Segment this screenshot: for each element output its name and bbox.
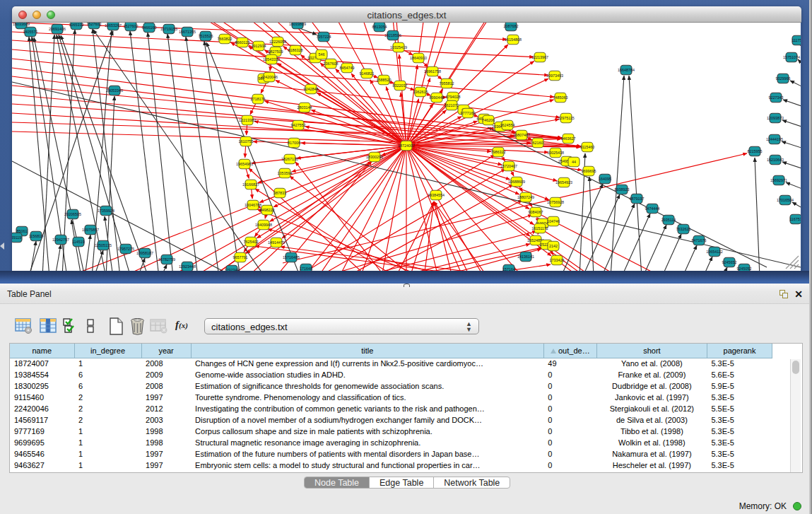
svg-text:111753: 111753 [792,38,801,42]
svg-text:12975115: 12975115 [558,116,575,120]
svg-text:18807249: 18807249 [517,195,534,199]
svg-text:1353594: 1353594 [278,171,293,175]
svg-text:114519: 114519 [72,240,85,244]
svg-text:7357224: 7357224 [317,35,331,39]
svg-text:6794028: 6794028 [446,95,461,99]
svg-text:12213383: 12213383 [239,118,256,122]
svg-text:8938923: 8938923 [615,187,630,192]
svg-text:15720407: 15720407 [500,164,517,168]
svg-text:1156819: 1156819 [29,234,44,238]
svg-text:9084067: 9084067 [529,210,543,214]
svg-text:16648784: 16648784 [618,68,635,72]
svg-text:9474444: 9474444 [645,206,660,211]
svg-text:10958187: 10958187 [136,251,153,255]
svg-text:39119: 39119 [12,235,21,240]
svg-text:116753: 116753 [789,217,801,221]
svg-text:14914479: 14914479 [268,240,285,245]
svg-text:10654112: 10654112 [706,250,723,254]
svg-text:9146821: 9146821 [360,71,375,76]
svg-text:18724007: 18724007 [398,144,415,148]
svg-text:17957275: 17957275 [117,247,134,251]
svg-text:16151172: 16151172 [531,226,548,230]
svg-text:1621072: 1621072 [445,103,459,107]
svg-text:8813054: 8813054 [372,25,387,29]
svg-text:817006: 817006 [288,141,300,145]
svg-text:29053346: 29053346 [106,88,123,93]
svg-text:16409948: 16409948 [255,223,272,227]
svg-text:15716485: 15716485 [283,255,300,259]
svg-text:1405571: 1405571 [23,30,38,34]
svg-text:2718176: 2718176 [251,97,266,101]
svg-text:9463627: 9463627 [561,136,576,141]
svg-text:10046788: 10046788 [245,203,261,207]
svg-text:17016504: 17016504 [777,198,794,202]
svg-text:6466160: 6466160 [142,25,157,30]
svg-text:3912934: 3912934 [252,44,266,48]
svg-text:18300295: 18300295 [366,155,383,159]
svg-text:12093873: 12093873 [767,116,784,120]
svg-text:1362615: 1362615 [413,90,428,94]
svg-text:16154808: 16154808 [505,37,522,42]
svg-text:19218506: 19218506 [384,33,401,37]
svg-text:22420046: 22420046 [261,75,278,79]
svg-text:387833: 387833 [273,191,286,195]
svg-text:17359924: 17359924 [98,209,114,213]
svg-text:16033609: 16033609 [13,23,30,26]
svg-text:7625402: 7625402 [244,240,259,244]
svg-text:746206: 746206 [482,118,495,122]
svg-text:16671355: 16671355 [179,30,196,34]
svg-text:9115460: 9115460 [580,145,595,149]
svg-text:10756928: 10756928 [547,200,564,204]
svg-text:1527602: 1527602 [124,24,139,28]
svg-text:1588520: 1588520 [377,78,392,82]
svg-text:8990448: 8990448 [430,95,445,100]
svg-text:2142: 2142 [549,244,558,248]
svg-text:18267130: 18267130 [281,157,298,161]
svg-text:12923448: 12923448 [179,264,196,269]
svg-text:10807487: 10807487 [513,133,530,137]
svg-text:7515526: 7515526 [199,34,213,38]
svg-text:19384554: 19384554 [428,193,445,197]
svg-text:12942757: 12942757 [52,238,69,242]
svg-text:10688609: 10688609 [508,180,525,184]
svg-text:8471676: 8471676 [692,238,707,243]
svg-text:9777169: 9777169 [461,111,476,115]
svg-text:16782759: 16782759 [158,257,175,262]
svg-text:2087682: 2087682 [504,24,519,28]
svg-text:9427552: 9427552 [291,123,306,127]
svg-text:12226058: 12226058 [269,40,286,44]
svg-text:2803144: 2803144 [298,105,312,110]
svg-text:8498222: 8498222 [260,208,275,212]
svg-text:1527602: 1527602 [87,23,102,26]
svg-text:7986322: 7986322 [491,150,506,154]
svg-text:20691406: 20691406 [49,27,66,31]
svg-text:16210643: 16210643 [767,158,784,162]
svg-text:8660123: 8660123 [235,40,250,45]
svg-text:16961758: 16961758 [424,69,441,74]
svg-text:18640910: 18640910 [410,56,427,60]
svg-text:62160: 62160 [533,141,543,145]
svg-text:20206505: 20206505 [64,212,81,216]
svg-text:1610755: 1610755 [239,139,254,144]
svg-text:1065332: 1065332 [69,23,84,27]
svg-text:6879197: 6879197 [630,197,645,201]
svg-text:10325419: 10325419 [390,45,407,49]
svg-text:15692971: 15692971 [770,178,787,182]
svg-text:10719155: 10719155 [160,27,177,31]
svg-text:8186328: 8186328 [288,48,303,52]
svg-text:9657791: 9657791 [233,255,248,259]
svg-text:164095: 164095 [599,177,611,181]
svg-text:9699695: 9699695 [582,169,596,173]
svg-text:12505135: 12505135 [95,243,112,247]
svg-text:12444195: 12444195 [766,137,783,141]
svg-text:8215955: 8215955 [748,149,763,153]
svg-text:10653267: 10653267 [105,23,122,28]
svg-text:2367608: 2367608 [324,62,339,66]
svg-text:19166827: 19166827 [242,182,259,187]
svg-text:9827509: 9827509 [269,49,283,54]
svg-text:10973493: 10973493 [546,74,563,78]
svg-text:9245652: 9245652 [722,260,737,264]
svg-text:10975857: 10975857 [82,228,99,232]
svg-text:9242848: 9242848 [304,87,319,91]
svg-text:14136141: 14136141 [517,255,534,259]
